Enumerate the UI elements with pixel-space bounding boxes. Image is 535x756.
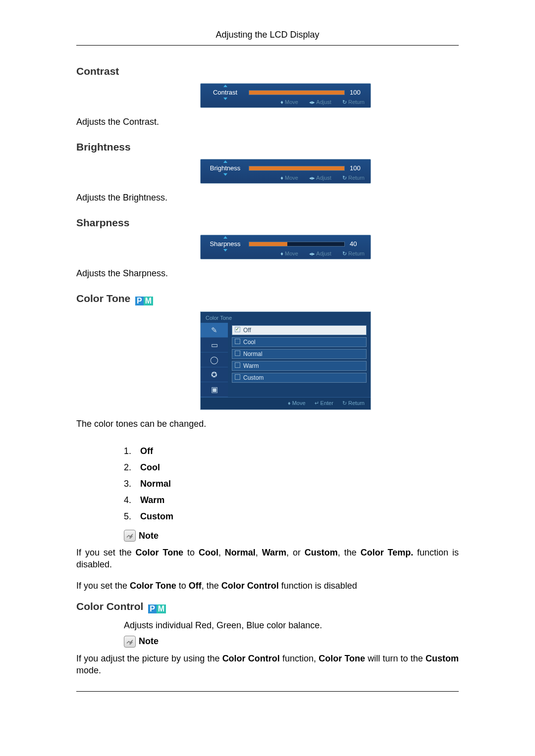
osd-hints: ♦ Move ◂▸ Adjust ↻ Return — [207, 99, 365, 105]
slider-track[interactable] — [249, 90, 345, 95]
list-num: 3. — [124, 479, 131, 489]
sharpness-desc: Adjusts the Sharpness. — [76, 268, 459, 279]
osd-sharpness-label: Sharpness — [207, 240, 244, 248]
list-item-warm: Warm — [140, 495, 164, 505]
menu-hints: ♦ Move ↵ Enter ↻ Return — [201, 397, 371, 409]
hint-enter: Enter — [321, 400, 333, 406]
hint-return: Return — [348, 175, 365, 181]
list-item-cool: Cool — [140, 462, 160, 472]
osd-brightness: Brightness 100 ♦ Move ◂▸ Adjust ↻ Return — [200, 159, 371, 184]
color-control-desc: Adjusts individual Red, Green, Blue colo… — [124, 620, 459, 631]
menu-sidebar: ✎ ▭ ◯ ✪ ▣ — [201, 323, 228, 397]
slider-track[interactable] — [249, 242, 345, 247]
option-cool[interactable]: Cool — [232, 337, 367, 347]
m-icon: M — [144, 297, 153, 305]
pm-badge-icon: PM — [135, 297, 153, 305]
input-icon[interactable]: ▭ — [201, 338, 228, 353]
color-tone-title-text: Color Tone — [76, 293, 130, 304]
list-num: 1. — [124, 446, 131, 456]
note-label: Note — [139, 636, 159, 647]
multi-icon[interactable]: ▣ — [201, 382, 228, 397]
check-icon — [235, 374, 240, 380]
note-icon — [124, 636, 136, 648]
heading-contrast: Contrast — [76, 65, 459, 77]
option-off[interactable]: Off — [232, 325, 367, 335]
osd-brightness-label: Brightness — [207, 164, 244, 172]
note-icon — [124, 530, 136, 542]
heading-color-tone: Color Tone PM — [76, 293, 459, 305]
list-num: 2. — [124, 462, 131, 472]
hint-adjust: Adjust — [316, 251, 331, 256]
arrow-down-icon — [223, 249, 227, 252]
arrow-down-icon — [223, 98, 227, 100]
arrow-up-icon — [223, 160, 227, 163]
option-custom-label: Custom — [243, 374, 264, 381]
option-custom[interactable]: Custom — [232, 373, 367, 383]
osd-contrast: Contrast 100 ♦ Move ◂▸ Adjust ↻ Return — [200, 83, 371, 108]
list-num: 4. — [124, 495, 131, 505]
check-icon — [235, 327, 240, 332]
note-row: Note — [124, 530, 459, 542]
contrast-desc: Adjusts the Contrast. — [76, 117, 459, 127]
arrow-down-icon — [223, 173, 227, 176]
arrow-up-icon — [223, 236, 227, 239]
heading-brightness: Brightness — [76, 141, 459, 153]
hint-adjust: Adjust — [316, 175, 331, 181]
picture-icon[interactable]: ✎ — [201, 323, 228, 338]
slider-fill — [249, 166, 344, 170]
note-text-1: If you set the Color Tone to Cool, Norma… — [76, 547, 459, 571]
option-off-label: Off — [243, 327, 251, 334]
osd-color-tone-menu: Color Tone ✎ ▭ ◯ ✪ ▣ Off Cool Normal War… — [200, 311, 371, 410]
color-tone-desc: The color tones can be changed. — [76, 419, 459, 429]
list-item-normal: Normal — [140, 479, 171, 489]
osd-hints: ♦ Move ◂▸ Adjust ↻ Return — [207, 175, 365, 181]
brightness-desc: Adjusts the Brightness. — [76, 193, 459, 203]
note-text-2: If you set the Color Tone to Off, the Co… — [76, 580, 459, 592]
p-icon: P — [135, 297, 144, 305]
option-warm[interactable]: Warm — [232, 361, 367, 371]
option-cool-label: Cool — [243, 339, 256, 346]
footer-rule — [76, 691, 459, 692]
option-normal-label: Normal — [243, 351, 263, 357]
hint-move: Move — [285, 251, 298, 256]
p-icon: P — [148, 605, 157, 613]
menu-title: Color Tone — [201, 312, 371, 323]
hint-return: Return — [348, 251, 365, 256]
m-icon: M — [157, 605, 166, 613]
hint-move: Move — [285, 175, 298, 181]
sound-icon[interactable]: ◯ — [201, 353, 228, 367]
menu-options: Off Cool Normal Warm Custom — [228, 323, 371, 397]
check-icon — [235, 339, 240, 344]
note-label: Note — [139, 531, 159, 541]
list-item-custom: Custom — [140, 511, 173, 521]
slider-fill — [249, 242, 287, 246]
color-control-title-text: Color Control — [76, 601, 143, 612]
heading-color-control: Color Control PM — [76, 601, 459, 613]
slider-track[interactable] — [249, 166, 345, 171]
slider-value: 40 — [350, 240, 365, 248]
hint-move: Move — [292, 400, 306, 406]
color-control-note: If you adjust the picture by using the C… — [76, 653, 459, 677]
hint-return: Return — [348, 99, 365, 105]
slider-fill — [249, 91, 344, 95]
note-row: Note — [124, 636, 459, 648]
check-icon — [235, 351, 240, 356]
list-item-off: Off — [140, 446, 153, 456]
list-num: 5. — [124, 511, 131, 521]
osd-hints: ♦ Move ◂▸ Adjust ↻ Return — [207, 251, 365, 257]
hint-move: Move — [285, 99, 298, 105]
option-warm-label: Warm — [243, 362, 259, 369]
heading-sharpness: Sharpness — [76, 217, 459, 229]
slider-value: 100 — [350, 89, 365, 96]
page-header: Adjusting the LCD Display — [76, 30, 459, 46]
pm-badge-icon: PM — [148, 605, 166, 613]
setup-icon[interactable]: ✪ — [201, 367, 228, 382]
hint-return: Return — [348, 400, 365, 406]
check-icon — [235, 362, 240, 368]
option-normal[interactable]: Normal — [232, 349, 367, 359]
osd-contrast-label: Contrast — [207, 89, 244, 96]
slider-value: 100 — [350, 164, 365, 172]
page: Adjusting the LCD Display Contrast Contr… — [0, 0, 535, 692]
hint-adjust: Adjust — [316, 99, 331, 105]
color-tone-list: 1.Off 2.Cool 3.Normal 4.Warm 5.Custom — [124, 443, 459, 525]
